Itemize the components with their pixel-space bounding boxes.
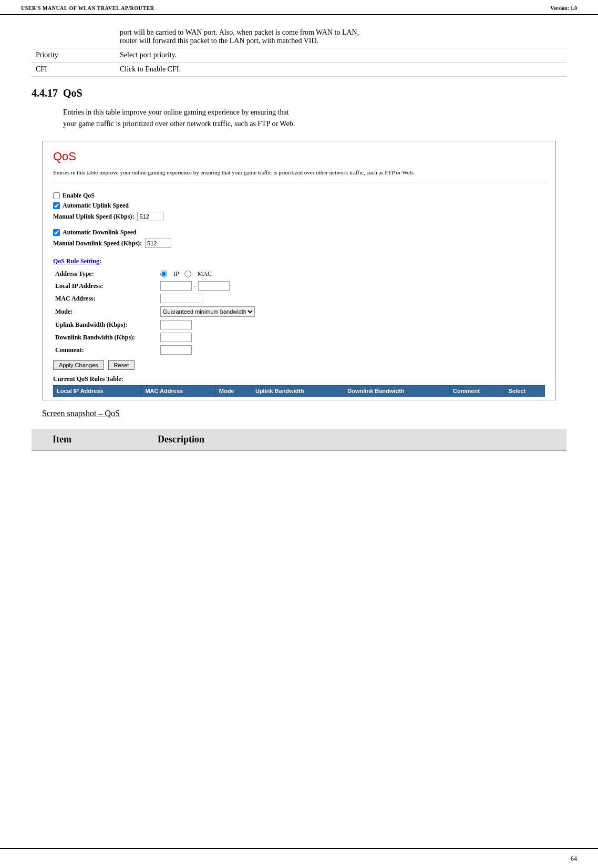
address-type-group: IP MAC (160, 270, 543, 278)
current-rules-table: Local IP Address MAC Address Mode Uplink… (53, 385, 545, 397)
rules-table-header-row: Local IP Address MAC Address Mode Uplink… (54, 386, 545, 397)
manual-uplink-row: Manual Uplink Speed (Kbps): (53, 212, 545, 221)
mac-address-input[interactable] (160, 294, 202, 303)
col-uplink-bw: Uplink Bandwidth (252, 386, 344, 397)
cfi-desc: Click to Enable CFI. (116, 63, 566, 77)
enable-qos-checkbox[interactable] (53, 192, 60, 199)
local-ip-row: Local IP Address: - (53, 280, 545, 292)
table-row: port will be carried to WAN port. Also, … (32, 26, 566, 48)
qos-panel-description: Entries in this table improve your onlin… (53, 169, 545, 182)
col-mode: Mode (215, 386, 252, 397)
mode-select[interactable]: Guaranteed minimum bandwidth (160, 306, 255, 317)
manual-uplink-input[interactable] (137, 212, 163, 221)
page-number: 64 (571, 855, 577, 862)
priority-term: Priority (32, 48, 116, 63)
cfi-term: CFI (32, 63, 116, 77)
auto-downlink-checkbox[interactable] (53, 229, 60, 236)
address-type-mac-radio[interactable] (184, 271, 191, 277)
section-heading: 4.4.17 QoS (32, 87, 566, 99)
address-type-mac-label: MAC (198, 270, 212, 278)
address-type-ip-radio[interactable] (160, 271, 167, 277)
mac-address-label: MAC Address: (53, 292, 158, 305)
comment-input[interactable] (160, 345, 192, 355)
mode-row: Mode: Guaranteed minimum bandwidth (53, 305, 545, 318)
table-row: CFI Click to Enable CFI. (32, 63, 566, 77)
col-comment: Comment (450, 386, 506, 397)
col-downlink-bw: Downlink Bandwidth (344, 386, 450, 397)
comment-row: Comment: (53, 344, 545, 356)
item-header: Item (32, 429, 137, 451)
rule-table: Address Type: IP MAC Local IP Add (53, 268, 545, 356)
header-version: Version: 1.0 (550, 5, 577, 11)
downlink-bw-label: Downlink Bandwidth (Kbps): (53, 331, 158, 344)
enable-qos-label: Enable QoS (63, 192, 95, 200)
top-table: port will be carried to WAN port. Also, … (32, 26, 566, 77)
uplink-bw-row: Uplink Bandwidth (Kbps): (53, 318, 545, 331)
desc-header: Description (137, 429, 566, 451)
desc-cell: port will be carried to WAN port. Also, … (116, 26, 566, 48)
col-select: Select (505, 386, 544, 397)
auto-downlink-label: Automatic Downlink Speed (63, 229, 137, 236)
manual-uplink-label: Manual Uplink Speed (Kbps): (53, 213, 134, 221)
uplink-bw-input[interactable] (160, 320, 192, 329)
apply-changes-button[interactable]: Apply Changes (53, 360, 104, 370)
address-type-ip-label: IP (173, 270, 179, 278)
manual-downlink-input[interactable] (145, 239, 171, 248)
section-description: Entries in this table improve your onlin… (63, 107, 566, 130)
priority-desc: Select port priority. (116, 48, 566, 63)
reset-button[interactable]: Reset (108, 360, 135, 370)
auto-uplink-row: Automatic Uplink Speed (53, 202, 545, 210)
local-ip-label: Local IP Address: (53, 280, 158, 292)
main-content: port will be carried to WAN port. Also, … (0, 15, 598, 461)
qos-panel: QoS Entries in this table improve your o… (42, 141, 556, 400)
local-ip-group: - (160, 281, 543, 291)
page-footer: 64 (571, 855, 577, 863)
mode-label: Mode: (53, 305, 158, 318)
term-cell (32, 26, 116, 48)
mac-address-row: MAC Address: (53, 292, 545, 305)
enable-qos-row: Enable QoS (53, 192, 545, 200)
item-desc-table: Item Description (32, 429, 566, 451)
current-rules-label: Current QoS Rules Table: (53, 375, 545, 383)
local-ip-input2[interactable] (198, 281, 230, 291)
address-type-row: Address Type: IP MAC (53, 268, 545, 280)
snapshot-label: Screen snapshot – QoS (42, 409, 556, 418)
downlink-bw-input[interactable] (160, 333, 192, 342)
auto-downlink-row: Automatic Downlink Speed (53, 229, 545, 236)
item-desc-header-row: Item Description (32, 429, 566, 451)
downlink-bw-row: Downlink Bandwidth (Kbps): (53, 331, 545, 344)
header-title: USER'S MANUAL OF WLAN TRAVEL AP/ROUTER (21, 5, 154, 11)
page-header: USER'S MANUAL OF WLAN TRAVEL AP/ROUTER V… (0, 0, 598, 15)
address-type-label: Address Type: (53, 268, 158, 280)
qos-rule-heading: QoS Rule Setting: (53, 257, 545, 265)
col-local-ip: Local IP Address (54, 386, 142, 397)
qos-form: Enable QoS Automatic Uplink Speed Manual… (53, 189, 545, 400)
button-row: Apply Changes Reset (53, 360, 545, 370)
table-row: Priority Select port priority. (32, 48, 566, 63)
auto-uplink-label: Automatic Uplink Speed (63, 202, 129, 210)
uplink-bw-label: Uplink Bandwidth (Kbps): (53, 318, 158, 331)
footer-line (0, 848, 598, 849)
ip-dash: - (194, 282, 196, 290)
comment-label: Comment: (53, 344, 158, 356)
qos-panel-title: QoS (53, 150, 545, 163)
manual-downlink-row: Manual Downlink Speed (Kbps): (53, 239, 545, 248)
manual-downlink-label: Manual Downlink Speed (Kbps): (53, 240, 142, 247)
local-ip-input1[interactable] (160, 281, 192, 291)
col-mac: MAC Address (142, 386, 215, 397)
auto-uplink-checkbox[interactable] (53, 202, 60, 209)
